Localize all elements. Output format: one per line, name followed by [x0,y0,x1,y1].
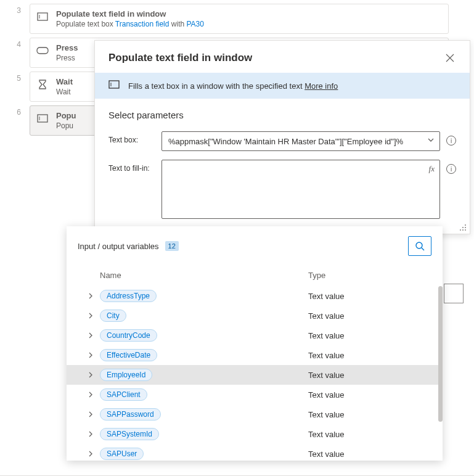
chevron-right-icon[interactable] [88,351,100,360]
variable-row[interactable]: CityText value [67,306,443,326]
variable-row[interactable]: SAPPasswordText value [67,404,443,424]
search-button[interactable] [408,236,431,256]
column-headers: Name Type [67,266,443,286]
variables-count-badge: 12 [165,241,179,251]
variable-row[interactable]: SAPUserText value [67,444,443,461]
textbox-selector-input[interactable]: %appmask["Window 'Maintain HR Master Dat… [161,131,440,151]
step-subtitle: Press [56,54,78,62]
step-card[interactable]: Populate text field in window Populate t… [30,4,449,34]
textbox-icon [36,10,49,23]
variable-type: Text value [308,351,431,360]
svg-rect-4 [109,81,119,88]
step-title: Press [56,43,78,52]
close-button[interactable] [444,52,456,64]
step-title: Wait [56,77,73,86]
variable-pill[interactable]: SAPUser [100,448,144,460]
dialog-body: Select parameters Text box: %appmask["Wi… [95,99,470,234]
variable-type: Text value [308,449,431,459]
text-to-fill-input[interactable]: fx [161,160,440,219]
variables-picker: Input / output variables 12 Name Type Ad… [67,226,443,461]
step-number: 6 [6,105,21,117]
step-row[interactable]: 3 Populate text field in window Populate… [6,4,474,34]
svg-rect-0 [38,13,47,20]
column-name-header: Name [100,271,308,280]
chevron-down-icon[interactable] [427,136,435,146]
variable-type: Text value [308,371,431,380]
variable-type: Text value [308,430,431,439]
variable-row[interactable]: SAPSystemIdText value [67,424,443,444]
dialog-header: Populate text field in window [95,41,470,73]
step-subtitle: Wait [56,88,73,96]
variable-pill[interactable]: EffectiveDate [100,349,157,361]
variable-type: Text value [308,410,431,419]
textbox-icon [36,112,49,125]
variable-row[interactable]: EmployeeIdText value [67,365,443,385]
svg-point-6 [416,242,422,248]
chevron-right-icon[interactable] [88,331,100,340]
variable-type: Text value [308,390,431,400]
variable-pill[interactable]: SAPSystemId [100,428,159,440]
banner-text: Fills a text box in a window with the sp… [128,81,338,91]
svg-line-7 [422,248,424,250]
param-label: Text to fill-in: [108,160,154,173]
dialog-title: Populate text field in window [108,52,252,64]
variable-type: Text value [308,292,431,301]
step-number: 5 [6,72,21,83]
variable-pill[interactable]: SAPPassword [100,408,161,421]
variables-list[interactable]: AddressTypeText valueCityText valueCount… [67,286,443,461]
chevron-right-icon[interactable] [88,292,100,301]
variable-pill[interactable]: AddressType [100,290,157,302]
variable-row[interactable]: AddressTypeText value [67,286,443,306]
param-row-text: Text to fill-in: fx i [108,160,456,219]
variables-title: Input / output variables [78,242,159,251]
variable-pill[interactable]: CountryCode [100,329,157,342]
chevron-right-icon[interactable] [88,311,100,321]
variable-pill[interactable]: SAPClient [100,388,147,401]
keyboard-icon [36,44,49,57]
textbox-icon [108,80,120,91]
step-number: 3 [6,4,21,15]
resize-grip[interactable] [459,223,466,231]
chevron-right-icon[interactable] [88,390,100,400]
step-subtitle: Popu [56,121,76,130]
variable-row[interactable]: EffectiveDateText value [67,345,443,365]
info-icon[interactable]: i [446,136,456,146]
chevron-right-icon[interactable] [88,410,100,419]
more-info-link[interactable]: More info [304,81,338,91]
chevron-right-icon[interactable] [88,449,100,459]
chevron-right-icon[interactable] [88,371,100,380]
step-number: 4 [6,38,21,49]
step-subtitle: Populate text box Transaction field with… [56,20,204,28]
dialog-button-partial[interactable] [444,284,464,303]
section-heading: Select parameters [108,110,456,120]
param-label: Text box: [108,131,154,144]
param-row-textbox: Text box: %appmask["Window 'Maintain HR … [108,131,456,151]
variable-type: Text value [308,311,431,321]
variable-row[interactable]: SAPClientText value [67,385,443,404]
info-banner: Fills a text box in a window with the sp… [95,73,470,99]
action-config-dialog: Populate text field in window Fills a te… [94,40,470,234]
variable-pill[interactable]: EmployeeId [100,369,152,381]
variable-type: Text value [308,331,431,340]
scrollbar-thumb[interactable] [438,286,443,422]
step-title: Populate text field in window [56,9,204,18]
column-type-header: Type [308,271,431,280]
variables-header: Input / output variables 12 [67,226,443,266]
hourglass-icon [36,78,49,91]
info-icon[interactable]: i [446,164,456,174]
step-title: Popu [56,111,76,120]
variable-pill[interactable]: City [100,310,126,322]
fx-button[interactable]: fx [429,164,435,174]
svg-rect-2 [38,115,47,122]
chevron-right-icon[interactable] [88,430,100,439]
variable-row[interactable]: CountryCodeText value [67,326,443,345]
